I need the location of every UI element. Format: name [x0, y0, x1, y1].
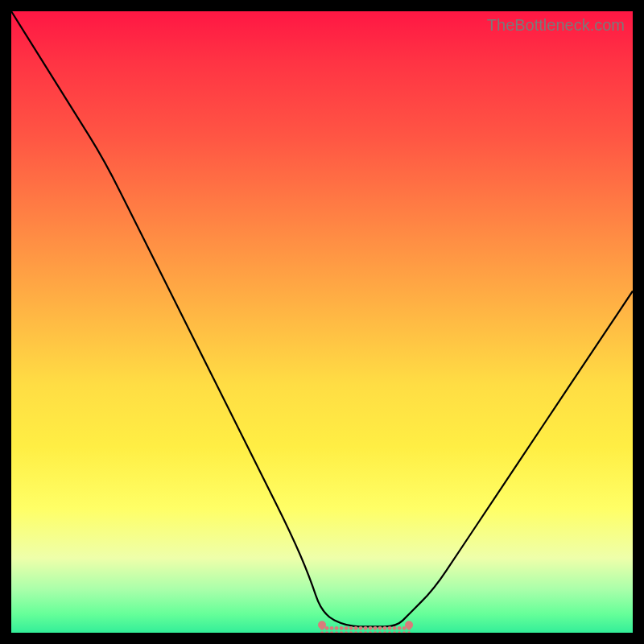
svg-point-39: [407, 631, 411, 633]
svg-point-33: [393, 631, 396, 633]
svg-point-2: [320, 626, 324, 630]
svg-point-22: [369, 626, 373, 630]
svg-point-35: [398, 631, 401, 633]
svg-point-26: [378, 626, 382, 630]
svg-point-38: [407, 626, 411, 630]
svg-point-17: [354, 631, 357, 633]
svg-point-36: [402, 626, 407, 630]
svg-point-12: [345, 626, 349, 630]
svg-point-8: [335, 626, 339, 630]
svg-point-21: [364, 631, 367, 633]
svg-point-34: [398, 626, 402, 630]
svg-point-15: [349, 631, 353, 633]
svg-point-24: [374, 626, 378, 630]
svg-point-6: [330, 626, 334, 630]
svg-point-32: [393, 626, 397, 630]
svg-point-18: [359, 626, 363, 630]
svg-point-37: [402, 631, 406, 633]
svg-point-10: [340, 626, 344, 630]
svg-point-7: [330, 631, 333, 633]
svg-point-23: [369, 631, 372, 633]
svg-point-11: [340, 631, 343, 633]
watermark-text: TheBottleneck.com: [487, 16, 625, 35]
svg-point-25: [374, 631, 377, 633]
svg-point-5: [325, 631, 328, 633]
svg-point-3: [320, 631, 324, 633]
svg-point-27: [378, 631, 382, 633]
svg-point-29: [383, 631, 386, 633]
svg-point-4: [325, 626, 329, 630]
svg-point-28: [383, 626, 387, 630]
svg-point-13: [345, 631, 348, 633]
svg-point-16: [354, 626, 358, 630]
svg-point-20: [364, 626, 368, 630]
svg-point-30: [388, 626, 392, 630]
svg-point-14: [349, 626, 353, 630]
curve-path: [11, 11, 633, 626]
bottleneck-curve: [11, 11, 633, 633]
plot-area: TheBottleneck.com: [11, 11, 633, 633]
chart-frame: TheBottleneck.com: [0, 0, 644, 644]
svg-point-31: [388, 631, 391, 633]
svg-point-9: [335, 631, 338, 633]
svg-point-19: [359, 631, 362, 633]
